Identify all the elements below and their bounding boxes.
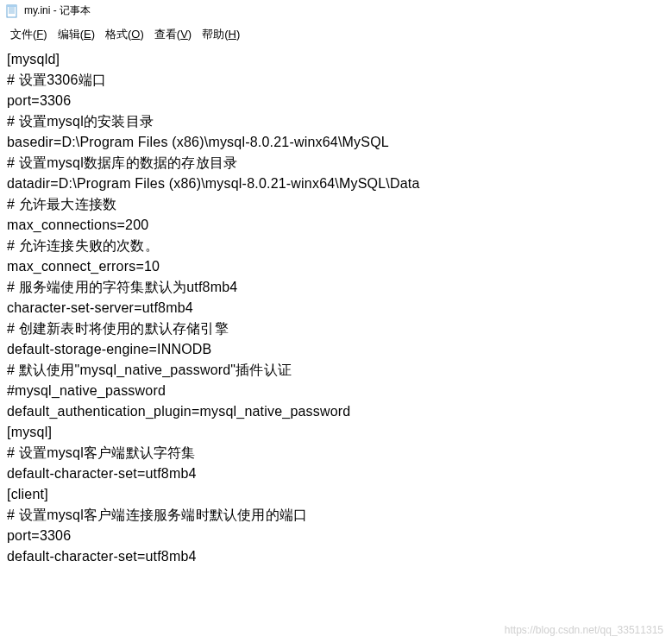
svg-rect-5 — [7, 5, 16, 7]
menu-help[interactable]: 帮助(H) — [198, 25, 243, 44]
notepad-icon — [5, 4, 19, 18]
menu-format[interactable]: 格式(O) — [102, 25, 148, 44]
window-title: my.ini - 记事本 — [24, 3, 91, 18]
menu-file[interactable]: 文件(F) — [7, 25, 51, 44]
watermark-text: https://blog.csdn.net/qq_33511315 — [505, 624, 663, 636]
menu-edit[interactable]: 编辑(E) — [54, 25, 98, 44]
menu-view[interactable]: 查看(V) — [151, 25, 195, 44]
window-titlebar: my.ini - 记事本 — [0, 0, 672, 22]
text-area[interactable]: [mysqld] # 设置3306端口 port=3306 # 设置mysql的… — [0, 47, 672, 574]
menubar: 文件(F) 编辑(E) 格式(O) 查看(V) 帮助(H) — [0, 22, 672, 47]
